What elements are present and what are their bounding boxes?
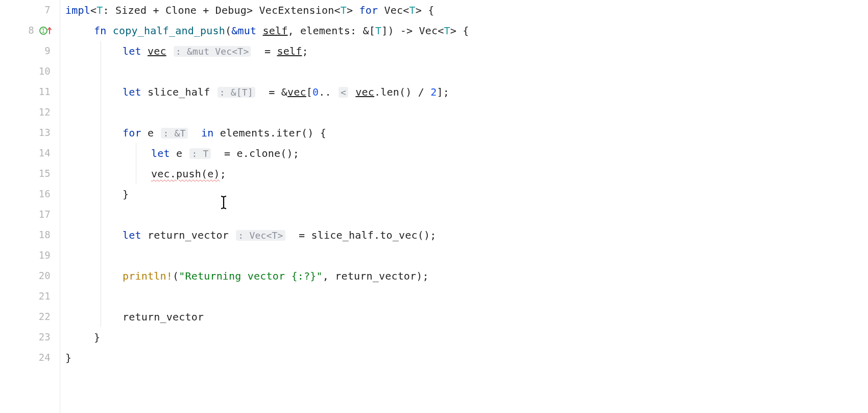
token: Sized xyxy=(115,4,147,16)
implement-method-icon[interactable]: I xyxy=(39,26,53,36)
indent-guide xyxy=(101,41,101,61)
code-text: vec.push(e); xyxy=(65,164,226,184)
token: in xyxy=(201,127,220,139)
token xyxy=(349,86,355,98)
code-line[interactable]: for e : &T in elements.iter() { xyxy=(65,123,868,143)
token: > { xyxy=(416,4,435,16)
token: ; xyxy=(220,168,226,180)
code-line[interactable]: impl<T: Sized + Clone + Debug> VecExtens… xyxy=(65,0,868,20)
indent-guide xyxy=(101,61,101,82)
token: VecExtension xyxy=(259,4,334,16)
gutter-row[interactable]: 18 xyxy=(0,225,60,245)
line-number: 9 xyxy=(44,41,51,60)
token: [ xyxy=(306,86,312,98)
gutter-row[interactable]: 16 xyxy=(0,184,60,204)
gutter-row[interactable]: 21 xyxy=(0,286,60,307)
line-number: 18 xyxy=(39,225,51,244)
indent-guide xyxy=(101,204,101,225)
line-number: 22 xyxy=(39,307,51,326)
token: let xyxy=(123,229,148,241)
token: : &mut Vec<T> xyxy=(174,46,251,57)
token: let xyxy=(123,45,148,57)
gutter-row[interactable]: 19 xyxy=(0,245,60,266)
code-text: } xyxy=(65,185,129,204)
code-text: let slice_half : &[T] = &vec[0.. < vec.l… xyxy=(65,82,449,102)
code-line[interactable]: let return_vector : Vec<T> = slice_half.… xyxy=(65,225,868,245)
gutter-row[interactable]: 24 xyxy=(0,348,60,368)
gutter-row[interactable]: 22 xyxy=(0,307,60,327)
token: : &T xyxy=(161,128,187,139)
gutter-row[interactable]: 12 xyxy=(0,102,60,123)
code-line[interactable]: fn copy_half_and_push(&mut self, element… xyxy=(65,20,868,41)
code-line[interactable] xyxy=(65,245,868,266)
token: : T xyxy=(189,148,210,159)
code-text: for e : &T in elements.iter() { xyxy=(65,123,326,143)
gutter-row[interactable]: 17 xyxy=(0,204,60,225)
token: impl xyxy=(65,4,90,16)
token: elements.iter() { xyxy=(220,127,326,139)
indent-guide xyxy=(101,82,101,102)
token: for xyxy=(359,4,378,16)
gutter-row[interactable]: 13 xyxy=(0,123,60,143)
code-line[interactable] xyxy=(65,102,868,123)
code-text: return_vector xyxy=(65,307,204,327)
code-line[interactable]: } xyxy=(65,327,868,348)
gutter-row[interactable]: 15 xyxy=(0,164,60,184)
code-editor[interactable]: 78 I 9101112131415161718192021222324 imp… xyxy=(0,0,868,413)
token: + xyxy=(197,4,215,16)
code-line[interactable]: let vec : &mut Vec<T> = self; xyxy=(65,41,868,61)
line-number: 7 xyxy=(44,1,51,19)
token: .len() / xyxy=(374,86,430,98)
token: T xyxy=(444,25,450,37)
token: self xyxy=(277,45,302,57)
token: > { xyxy=(450,25,469,37)
token: = & xyxy=(256,86,287,98)
gutter: 78 I 9101112131415161718192021222324 xyxy=(0,0,60,413)
gutter-row[interactable]: 9 xyxy=(0,41,60,61)
gutter-row[interactable]: 7 xyxy=(0,0,60,20)
token: : &[T] xyxy=(218,87,255,98)
token: return_vector xyxy=(123,311,204,323)
code-line[interactable]: } xyxy=(65,184,868,204)
gutter-row[interactable]: 10 xyxy=(0,61,60,82)
line-number: 19 xyxy=(39,246,51,265)
code-line[interactable]: } xyxy=(65,348,868,368)
line-number: 20 xyxy=(39,266,51,285)
token: } xyxy=(123,188,129,200)
code-line[interactable]: let e : T = e.clone(); xyxy=(65,143,868,164)
line-number: 21 xyxy=(39,287,51,306)
gutter-row[interactable]: 11 xyxy=(0,82,60,102)
code-line[interactable] xyxy=(65,286,868,307)
code-line[interactable]: return_vector xyxy=(65,307,868,327)
token xyxy=(166,45,173,57)
line-number: 17 xyxy=(39,205,51,224)
code-line[interactable]: vec.push(e); xyxy=(65,164,868,184)
token: Clone xyxy=(165,4,197,16)
indent-guide xyxy=(101,102,101,123)
token xyxy=(189,127,201,139)
gutter-row[interactable]: 23 xyxy=(0,327,60,348)
code-area[interactable]: impl<T: Sized + Clone + Debug> VecExtens… xyxy=(60,0,868,413)
code-text: impl<T: Sized + Clone + Debug> VecExtens… xyxy=(65,1,434,20)
code-line[interactable] xyxy=(65,61,868,82)
code-text: } xyxy=(65,328,100,348)
gutter-row[interactable]: 14 xyxy=(0,143,60,164)
token: < xyxy=(334,4,340,16)
gutter-row[interactable]: 20 xyxy=(0,266,60,286)
token: copy_half_and_push xyxy=(113,25,225,37)
code-line[interactable] xyxy=(65,204,868,225)
token: vec xyxy=(287,86,306,98)
token: < xyxy=(339,87,348,98)
code-line[interactable]: let slice_half : &[T] = &vec[0.. < vec.l… xyxy=(65,82,868,102)
gutter-row[interactable]: 8 I xyxy=(0,20,60,41)
token: + xyxy=(147,4,165,16)
code-text: let vec : &mut Vec<T> = self; xyxy=(65,41,308,61)
token: fn xyxy=(94,25,113,37)
svg-text:I: I xyxy=(42,28,45,34)
indent-guide xyxy=(101,307,101,327)
token: vec xyxy=(148,45,166,57)
indent-guide xyxy=(101,225,101,245)
code-line[interactable]: println!("Returning vector {:?}", return… xyxy=(65,266,868,286)
indent-guide xyxy=(101,184,101,204)
token: < xyxy=(90,4,97,16)
